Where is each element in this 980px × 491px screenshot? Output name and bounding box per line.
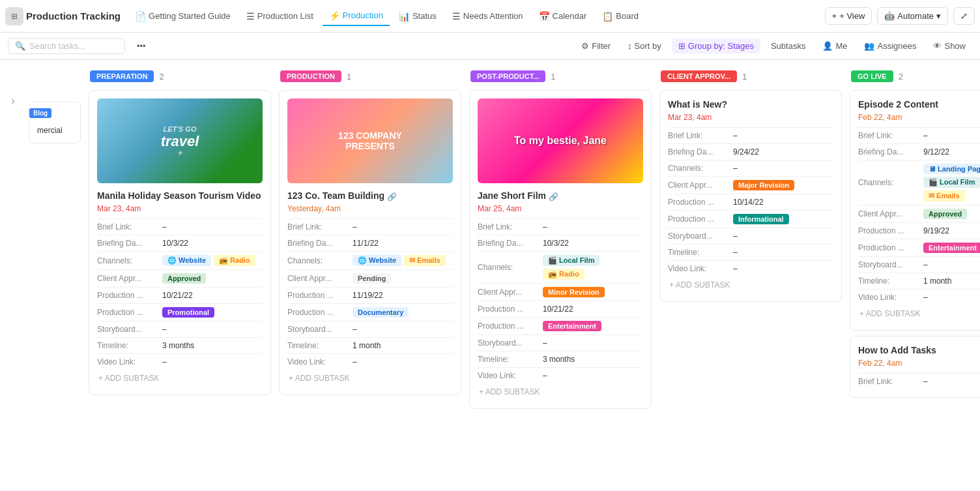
card-123-team[interactable]: 123 COMPANY PRESENTS 123 Co. Team Buildi…	[279, 90, 461, 395]
jane-brief-row: Brief Link: –	[478, 218, 643, 235]
htat-brief-row: Brief Link: –	[858, 373, 980, 389]
minor-revision-badge: Minor Revision	[543, 287, 605, 297]
approved-badge: Approved	[162, 273, 206, 284]
team-prod-date-row: Production ... 11/19/22	[287, 287, 453, 303]
share-button[interactable]: ⤢	[953, 7, 975, 25]
emails-badge-2: ✉ Emails	[923, 190, 965, 201]
show-button[interactable]: 👁 Show	[927, 38, 972, 53]
ep2-add-subtask[interactable]: + ADD SUBTASK	[858, 305, 980, 322]
jane-card-title: Jane Short Film	[478, 190, 546, 201]
episode-2-date: Feb 22, 4am	[858, 113, 980, 122]
assignees-icon: 👥	[864, 41, 874, 51]
win-add-subtask[interactable]: + ADD SUBTASK	[668, 276, 833, 293]
manila-prod-date-row: Production ... 10/21/22	[97, 287, 263, 303]
team-card-image: 123 COMPANY PRESENTS	[287, 98, 453, 183]
win-timeline-row: Timeline: –	[668, 244, 833, 260]
team-card-title: 123 Co. Team Building	[287, 190, 384, 201]
calendar-icon: 📅	[539, 11, 550, 22]
ep2-client-appr-row: Client Appr... Approved	[858, 205, 980, 222]
win-video-row: Video Link: –	[668, 260, 833, 276]
informational-badge: Informational	[733, 214, 789, 224]
card-what-is-new[interactable]: What is New? Mar 23, 4am Brief Link: – B…	[659, 90, 842, 302]
tab-board[interactable]: 📋 Board	[596, 7, 645, 25]
card-jane[interactable]: To my bestie, Jane Jane Short Film 🔗 Mar…	[469, 90, 652, 409]
show-icon: 👁	[933, 41, 942, 51]
filter-icon: ⚙	[581, 41, 589, 51]
production-badge: PRODUCTION	[280, 70, 341, 82]
group-button[interactable]: ⊞ Group by: Stages	[672, 38, 760, 53]
tab-production-list[interactable]: ☰ Production List	[240, 7, 320, 25]
team-brief-row: Brief Link: –	[287, 218, 453, 235]
manila-timeline-row: Timeline: 3 months	[97, 337, 263, 353]
tab-status[interactable]: 📊 Status	[392, 7, 443, 25]
how-to-add-date: Feb 22, 4am	[858, 359, 980, 368]
card-manila[interactable]: LET'S GO travel ✈ Manila Holiday Season …	[89, 90, 271, 395]
card-how-to-add-tasks[interactable]: How to Add Tasks Feb 22, 4am Brief Link:…	[850, 336, 980, 398]
automate-button[interactable]: 🤖 Automate ▾	[877, 7, 948, 25]
subtasks-button[interactable]: Subtasks	[764, 38, 812, 53]
me-button[interactable]: 👤 Me	[816, 38, 854, 53]
client-approval-count: 1	[742, 72, 747, 82]
local-film-badge: 🎬 Local Film	[543, 255, 599, 266]
jane-add-subtask[interactable]: + ADD SUBTASK	[478, 383, 643, 400]
team-add-subtask[interactable]: + ADD SUBTASK	[287, 370, 453, 387]
team-storyboard-row: Storyboard... –	[287, 321, 453, 337]
partial-card[interactable]: Blog mercial	[29, 102, 81, 143]
more-options-button[interactable]: •••	[130, 38, 152, 53]
manila-brief-row: Brief Link: –	[97, 218, 263, 235]
promotional-badge: Promotional	[162, 307, 214, 318]
what-is-new-title: What is New?	[668, 98, 833, 110]
jane-client-appr-row: Client Appr... Minor Revision	[478, 283, 643, 301]
search-icon: 🔍	[15, 41, 25, 51]
share-icon: ⤢	[960, 11, 968, 21]
ep2-briefing-row: Briefing Da... 9/12/22	[858, 143, 980, 160]
emails-badge: ✉ Emails	[404, 255, 446, 266]
scroll-left-button[interactable]: ›	[5, 94, 21, 108]
website-badge-2: 🌐 Website	[353, 255, 401, 266]
card-episode-2[interactable]: Episode 2 Content Feb 22, 4am Brief Link…	[850, 90, 980, 331]
radio-badge: 📻 Radio	[214, 255, 255, 266]
jane-channels-row: Channels: 🎬 Local Film 📻 Radio	[478, 251, 643, 283]
link-icon-2: 🔗	[549, 192, 558, 201]
go-live-count: 2	[899, 72, 903, 82]
manila-channels-row: Channels: 🌐 Website 📻 Radio	[97, 251, 263, 269]
board-icon: 📋	[602, 11, 613, 22]
jane-briefing-row: Briefing Da... 10/3/22	[478, 235, 643, 251]
assignees-button[interactable]: 👥 Assignees	[857, 38, 923, 53]
column-production: PRODUCTION 1 123 COMPANY PRESENTS 123 Co…	[279, 68, 461, 483]
jane-video-row: Video Link: –	[478, 367, 643, 383]
post-production-count: 1	[551, 72, 555, 82]
filter-button[interactable]: ⚙ Filter	[575, 38, 617, 53]
column-go-live: GO LIVE 2 Episode 2 Content Feb 22, 4am …	[850, 68, 980, 483]
group-icon: ⊞	[678, 41, 685, 51]
jane-prod-type-row: Production ... Entertainment	[478, 317, 643, 335]
win-prod-type-row: Production ... Informational	[668, 210, 833, 228]
tab-production[interactable]: ⚡ Production	[323, 7, 390, 26]
landing-pages-badge: 🖥 Landing Pages	[923, 164, 980, 174]
ep2-brief-row: Brief Link: –	[858, 127, 980, 143]
approved-badge-2: Approved	[923, 209, 967, 219]
plus-icon: +	[832, 11, 837, 21]
manila-card-image: LET'S GO travel ✈	[97, 98, 263, 183]
what-is-new-date: Mar 23, 4am	[668, 113, 833, 122]
view-button[interactable]: + + View	[825, 7, 872, 25]
manila-add-subtask[interactable]: + ADD SUBTASK	[97, 370, 263, 387]
how-to-add-title: How to Add Tasks	[858, 344, 980, 356]
person-icon: 👤	[822, 41, 833, 51]
team-client-appr-row: Client Appr... Pending	[287, 269, 453, 287]
top-nav: ⊞ Production Tracking 📄 Getting Started …	[0, 0, 980, 33]
app-title: Production Tracking	[26, 10, 121, 22]
tab-needs-attention[interactable]: ☰ Needs Attention	[446, 7, 530, 25]
search-box[interactable]: 🔍 Search tasks...	[8, 38, 125, 54]
board-container: › Blog mercial PREPARATION 2 LET'S GO tr…	[0, 60, 980, 491]
tab-getting-started[interactable]: 📄 Getting Started Guide	[128, 7, 237, 25]
automate-icon: 🤖	[884, 11, 895, 21]
manila-card-title: Manila Holiday Season Tourism Video	[97, 190, 263, 201]
blog-badge: Blog	[29, 108, 51, 118]
manila-client-appr-row: Client Appr... Approved	[97, 269, 263, 287]
tab-calendar[interactable]: 📅 Calendar	[532, 7, 594, 25]
ep2-prod-type-row: Production ... Entertainment	[858, 239, 980, 256]
sort-button[interactable]: ↕ Sort by	[621, 38, 668, 53]
lightning-icon: ⚡	[329, 10, 340, 21]
chevron-down-icon: ▾	[936, 11, 941, 21]
